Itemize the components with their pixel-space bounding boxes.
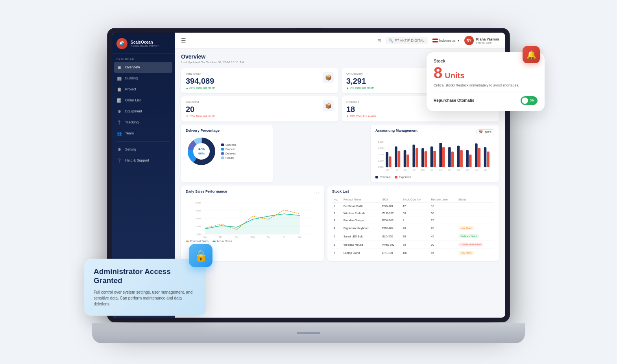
svg-text:Feb: Feb <box>395 169 398 171</box>
table-row: 7 Laptop Stand LPS-100 100 45 Low Stock <box>332 249 494 257</box>
sidebar-item-orderlist[interactable]: 📝 Order List <box>112 95 175 106</box>
language-label: Indonesian <box>439 39 456 42</box>
table-row: 5 Smart LED Bulb SLD-505 90 45 Sufficien… <box>332 232 494 241</box>
svg-text:Apr: Apr <box>412 169 416 171</box>
toggle-switch[interactable]: ON <box>521 96 538 105</box>
stock-list-title: Stock List <box>332 189 494 193</box>
cell-qty: 90 <box>401 232 430 241</box>
stat-value-total-stock: 394,089 <box>186 77 215 85</box>
legend-return: Return <box>221 156 236 159</box>
cell-qty: 60 <box>401 210 430 217</box>
actual-dot <box>212 241 216 242</box>
sidebar-item-team[interactable]: 👥 Team <box>112 128 175 139</box>
alert-number-row: 8 Units <box>434 65 538 81</box>
donut-container: 17% 60% Success <box>186 136 268 167</box>
logo: 🌊 ScaleOcean ACCELERATE IMPACT <box>112 33 175 53</box>
legend-dot-process <box>221 148 224 151</box>
sidebar-item-help[interactable]: ❓ Help & Support <box>112 155 175 166</box>
topbar-left: ☰ <box>181 37 186 44</box>
accounting-chart-title: Accounting Management <box>375 129 417 132</box>
svg-text:1,000: 1,000 <box>196 233 201 235</box>
alert-divider <box>434 92 538 92</box>
user-profile: RY Riana Yasmin Internal User <box>464 36 499 45</box>
brand-name: ScaleOcean <box>131 40 159 45</box>
stat-value-delivery: 3,291 <box>346 77 374 85</box>
svg-text:2,000: 2,000 <box>378 160 383 162</box>
table-row: 2 Wireless Earbuds WLE-202 60 30 <box>332 210 494 217</box>
apps-icon: ⊞ <box>377 38 381 43</box>
svg-text:Jan: Jan <box>386 169 389 171</box>
sidebar-item-building[interactable]: 🏢 Building <box>112 73 175 84</box>
sidebar-item-tracking[interactable]: 📍 Tracking <box>112 117 175 128</box>
table-row: 1 EcoSmart Bottle ESB-101 12 10 <box>332 203 494 210</box>
status-badge: Critical Stock Level <box>458 243 483 246</box>
svg-rect-25 <box>425 151 427 167</box>
svg-rect-29 <box>442 147 445 167</box>
cell-status <box>457 217 494 224</box>
hamburger-icon[interactable]: ☰ <box>181 37 186 44</box>
status-badge: Low Stock <box>458 251 474 255</box>
search-icon: 🔍 <box>389 39 393 42</box>
sidebar-item-overview[interactable]: ⊞ Overview <box>114 62 172 73</box>
cell-qty: 60 <box>401 241 430 249</box>
cell-no: 1 <box>332 203 342 210</box>
cell-name: EcoSmart Bottle <box>342 203 381 210</box>
svg-text:60%: 60% <box>198 152 205 155</box>
stock-table-body: 1 EcoSmart Bottle ESB-101 12 10 2 Wirele… <box>332 203 494 257</box>
legend-success: Success <box>221 143 236 146</box>
more-options-icon[interactable]: ⋯ <box>314 190 320 196</box>
language-selector[interactable]: Indonesian ▾ <box>432 39 460 42</box>
svg-rect-37 <box>478 148 480 167</box>
svg-rect-32 <box>457 146 460 167</box>
year-label: 2023 <box>484 131 491 134</box>
brand-tagline: ACCELERATE IMPACT <box>131 45 159 47</box>
cell-name: Smart LED Bulb <box>342 232 381 241</box>
alert-unit: Units <box>445 71 464 80</box>
svg-rect-30 <box>448 147 451 167</box>
status-badge: Sufficient Stock <box>458 234 479 238</box>
svg-text:Fri: Fri <box>283 236 285 238</box>
stat-canceled: Canceled 20 ▼10%Than last month 📦 <box>181 96 338 121</box>
toggle-state: ON <box>530 99 534 102</box>
setting-icon: ⚙ <box>116 147 122 152</box>
cell-no: 4 <box>332 224 342 232</box>
logo-icon: 🌊 <box>116 38 127 49</box>
accounting-legend: Revenue Expenses <box>375 176 494 178</box>
stat-total-stock: Total Stock 394,089 ▲26%Than last month … <box>181 68 338 93</box>
sidebar-item-setting[interactable]: ⚙ Setting <box>112 144 175 155</box>
donut-legend: Success Process Delayed <box>221 143 236 159</box>
svg-text:July: July <box>439 169 443 171</box>
sidebar-label-building: Building <box>125 76 138 80</box>
svg-text:Mon: Mon <box>219 236 223 238</box>
sidebar-divider <box>116 141 170 142</box>
cell-reorder: 30 <box>429 210 457 217</box>
svg-rect-24 <box>421 148 424 167</box>
laptop-trackpad <box>297 332 320 334</box>
sales-chart-title: Daily Sales Performance <box>186 189 227 193</box>
stat-value-returned: 18 <box>346 105 376 113</box>
svg-rect-28 <box>439 143 442 167</box>
donut-chart-svg: 17% 60% <box>186 136 217 167</box>
sidebar-item-project[interactable]: 📋 Project <box>112 84 175 95</box>
svg-text:Mar: Mar <box>403 169 407 171</box>
cell-reorder: 25 <box>429 217 457 224</box>
svg-rect-31 <box>451 152 454 167</box>
alert-number: 8 <box>434 65 442 81</box>
alert-bell-icon: 🔔 <box>523 46 540 63</box>
stat-change-total-stock: ▲26%Than last month <box>186 86 215 89</box>
sidebar-item-equipment[interactable]: ⚙ Equipment <box>112 106 175 117</box>
search-bar[interactable]: 🔍 PT AKTIF DIGITAL <box>386 37 428 44</box>
stat-change-canceled: ▼10%Than last month <box>186 115 215 118</box>
svg-text:May: May <box>421 169 425 171</box>
laptop-base <box>92 323 525 343</box>
stock-table: No. Product Name SKU Stock Quantity Reor… <box>332 197 494 257</box>
cell-no: 7 <box>332 249 342 257</box>
toggle-circle <box>522 97 528 104</box>
legend-forecast: Forecast Sales <box>186 240 209 243</box>
svg-text:Tue: Tue <box>235 236 239 238</box>
year-badge[interactable]: 📅 2023 <box>476 129 494 135</box>
cell-sku: WLE-202 <box>381 210 401 217</box>
cell-reorder: 10 <box>429 203 457 210</box>
col-product: Product Name <box>342 197 381 203</box>
svg-text:Sun: Sun <box>203 236 207 238</box>
